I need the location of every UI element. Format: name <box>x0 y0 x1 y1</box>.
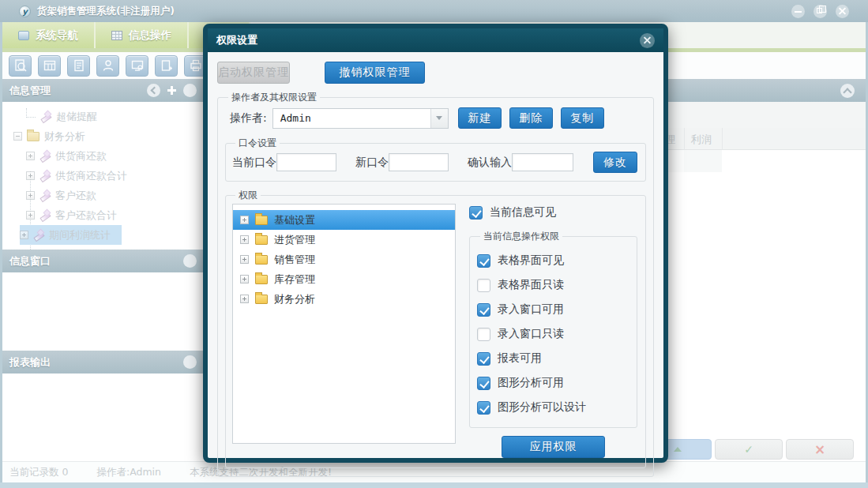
table-icon <box>43 59 56 72</box>
panel-title: 信息管理 <box>9 84 51 98</box>
report-usable-checkbox[interactable] <box>477 352 490 366</box>
grid-readonly-row: 表格界面只读 <box>477 278 629 292</box>
panel-collapse-button[interactable] <box>183 254 197 268</box>
tree-item-overstock-alert[interactable]: 超储提醒 <box>2 107 204 126</box>
perm-tree-item-basic-settings[interactable]: 基础设置 <box>233 210 455 230</box>
perm-tree-item-inventory-manage[interactable]: 库存管理 <box>233 269 455 289</box>
confirm-button[interactable]: ✓ <box>715 439 783 460</box>
export-icon <box>160 59 173 72</box>
monitor-button[interactable] <box>126 55 148 77</box>
document-icon <box>73 59 85 72</box>
panel-more-button[interactable] <box>183 84 197 97</box>
revoke-permission-button[interactable]: 撤销权限管理 <box>325 62 425 84</box>
add-button[interactable] <box>166 84 178 96</box>
delete-operator-button[interactable]: 删除 <box>509 107 553 129</box>
expand-expander-icon[interactable] <box>240 295 249 303</box>
tree-item-supplier-repay[interactable]: 供货商还款 <box>2 146 204 166</box>
tree-item-period-profit-stats[interactable]: 期间利润统计 <box>2 225 204 245</box>
tree-item-label: 供货商还款 <box>55 149 107 163</box>
panel-collapse-button[interactable] <box>183 355 197 369</box>
tree-elbow <box>26 108 36 118</box>
cancel-button[interactable]: × <box>786 439 854 460</box>
entry-readonly-row: 录入窗口只读 <box>477 327 629 341</box>
tree-item-supplier-repay-total[interactable]: 供货商还款合计 <box>2 166 204 186</box>
copy-operator-button[interactable]: 复制 <box>561 107 604 129</box>
collapse-expander-icon[interactable] <box>13 132 22 141</box>
minimize-button[interactable] <box>791 5 805 18</box>
perm-tree-item-finance-analysis[interactable]: 财务分析 <box>233 289 455 309</box>
entry-usable-row: 录入窗口可用 <box>477 302 629 317</box>
confirm-password-input[interactable] <box>512 153 573 171</box>
expand-expander-icon[interactable] <box>240 216 249 224</box>
collapse-up-button[interactable] <box>840 84 855 98</box>
tree-item-label: 财务分析 <box>44 130 85 144</box>
entry-readonly-checkbox[interactable] <box>477 328 490 341</box>
tree-item-label: 超储提醒 <box>56 110 97 124</box>
printer-icon <box>190 59 202 72</box>
expand-expander-icon[interactable] <box>26 211 35 220</box>
panel-title: 报表输出 <box>9 355 51 370</box>
expand-expander-icon[interactable] <box>240 255 249 264</box>
app-logo-icon: y <box>19 6 31 17</box>
record-count-label: 当前记录数 0 <box>9 466 68 479</box>
entry-usable-checkbox[interactable] <box>477 303 490 317</box>
restore-button[interactable] <box>814 5 827 18</box>
checkbox-label: 表格界面只读 <box>498 278 564 292</box>
dialog-body: 启动权限管理 撤销权限管理 操作者及其权限设置 操作者: Admin 新建 删除… <box>208 52 663 477</box>
user-button[interactable] <box>96 55 119 77</box>
table-view-button[interactable] <box>38 55 61 77</box>
password-group-label: 口令设置 <box>239 137 276 148</box>
dialog-title: 权限设置 <box>216 33 257 47</box>
chart-designable-checkbox[interactable] <box>477 401 490 415</box>
collapse-left-button[interactable] <box>147 84 160 97</box>
folder-icon <box>255 295 268 304</box>
perm-tree-item-sales-manage[interactable]: 销售管理 <box>233 250 455 269</box>
current-password-input[interactable] <box>276 153 336 171</box>
expand-expander-icon[interactable] <box>240 235 249 244</box>
tree-item-finance-analysis[interactable]: 财务分析 <box>2 126 204 146</box>
column-divider <box>722 128 723 150</box>
grid-readonly-checkbox[interactable] <box>477 279 490 292</box>
expand-expander-icon[interactable] <box>26 191 35 200</box>
expand-expander-icon[interactable] <box>20 231 28 239</box>
op-permission-group: 当前信息操作权限 表格界面可见 表格界面只读 录入窗 <box>469 230 637 428</box>
operator-select[interactable]: Admin <box>272 108 449 129</box>
new-password-input[interactable] <box>389 153 449 171</box>
start-permission-button[interactable]: 启动权限管理 <box>217 62 290 84</box>
tab-system-nav[interactable]: 系统导航 <box>2 22 96 48</box>
dialog-titlebar: 权限设置 <box>208 28 663 52</box>
tab-info-operation[interactable]: 信息操作 <box>96 22 189 48</box>
modify-password-button[interactable]: 修改 <box>593 152 637 173</box>
tree-item-customer-repay-total[interactable]: 客户还款合计 <box>2 205 204 225</box>
panel-title: 信息窗口 <box>9 254 51 268</box>
table-column-header: 利润 <box>691 133 712 147</box>
user-icon <box>102 59 115 72</box>
triangle-up-icon <box>674 447 682 452</box>
table-cell <box>684 150 722 172</box>
window-bottom-border <box>0 482 868 488</box>
document-button[interactable] <box>67 55 90 77</box>
check-icon: ✓ <box>744 443 753 456</box>
preview-button[interactable] <box>9 55 32 77</box>
current-info-visible-checkbox[interactable] <box>469 206 483 220</box>
close-button[interactable] <box>836 5 849 18</box>
perm-tree-item-purchase-manage[interactable]: 进货管理 <box>233 230 455 250</box>
expand-expander-icon[interactable] <box>26 152 35 160</box>
expand-expander-icon[interactable] <box>240 275 249 283</box>
apply-permission-button[interactable]: 应用权限 <box>502 436 605 458</box>
current-password-label: 当前口令 <box>232 156 276 170</box>
current-info-visible-row: 当前信息可见 <box>469 205 637 220</box>
column-divider <box>684 128 685 150</box>
checkbox-label: 录入窗口可用 <box>498 302 564 317</box>
expand-expander-icon[interactable] <box>26 171 35 180</box>
export-button[interactable] <box>155 55 178 77</box>
checkbox-label: 当前信息可见 <box>490 205 556 220</box>
new-operator-button[interactable]: 新建 <box>458 107 502 129</box>
dialog-close-button[interactable] <box>640 33 655 48</box>
grid-visible-checkbox[interactable] <box>477 254 490 268</box>
restore-icon <box>817 8 822 13</box>
chart-usable-checkbox[interactable] <box>477 377 490 390</box>
dropdown-arrow-icon[interactable] <box>430 109 448 128</box>
tree-item-customer-repay[interactable]: 客户还款 <box>2 186 204 205</box>
window-title: 货架销售管理系统(非注册用户) <box>37 5 175 18</box>
